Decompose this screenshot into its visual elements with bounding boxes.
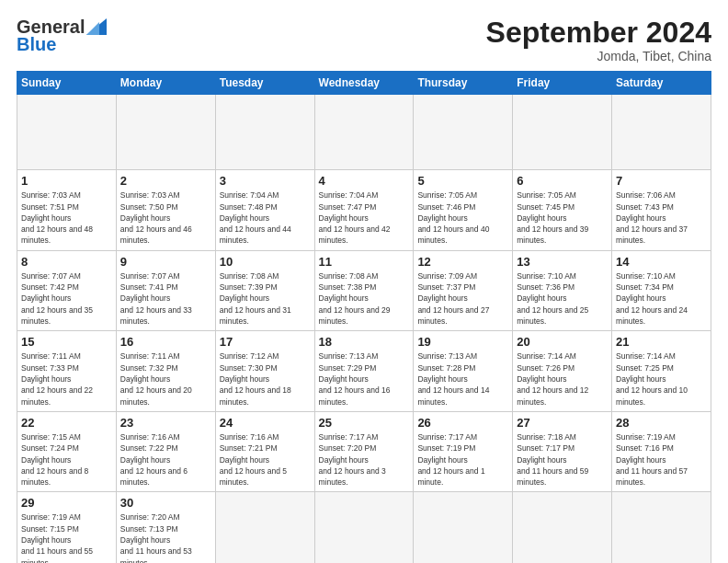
day-info: Sunrise: 7:05 AMSunset: 7:45 PMDaylight … (517, 190, 608, 247)
logo: General Blue (17, 17, 107, 55)
logo-icon (86, 18, 107, 35)
calendar-day: 21Sunrise: 7:14 AMSunset: 7:25 PMDayligh… (612, 331, 711, 412)
day-number: 10 (220, 255, 311, 269)
col-monday: Monday (116, 72, 215, 95)
day-info: Sunrise: 7:13 AMSunset: 7:28 PMDaylight … (417, 350, 508, 408)
day-number: 17 (220, 335, 311, 349)
day-number: 8 (21, 255, 112, 269)
day-number: 25 (319, 416, 410, 430)
day-number: 21 (616, 335, 707, 349)
day-info: Sunrise: 7:20 AMSunset: 7:13 PMDaylight … (120, 511, 211, 563)
day-number: 30 (120, 496, 211, 510)
day-info: Sunrise: 7:17 AMSunset: 7:20 PMDaylight … (319, 431, 410, 488)
day-number: 7 (616, 174, 707, 188)
calendar-day: 6Sunrise: 7:05 AMSunset: 7:45 PMDaylight… (513, 170, 612, 251)
calendar-day: 30Sunrise: 7:20 AMSunset: 7:13 PMDayligh… (116, 492, 215, 563)
day-number: 3 (220, 174, 311, 188)
calendar-day: 1Sunrise: 7:03 AMSunset: 7:51 PMDaylight… (17, 170, 117, 251)
calendar-day (612, 95, 711, 170)
calendar-day: 15Sunrise: 7:11 AMSunset: 7:33 PMDayligh… (17, 331, 117, 412)
day-number: 9 (120, 255, 211, 269)
calendar-day: 5Sunrise: 7:05 AMSunset: 7:46 PMDaylight… (414, 170, 513, 251)
location-subtitle: Jomda, Tibet, China (486, 49, 711, 63)
day-number: 16 (120, 335, 211, 349)
calendar-day: 17Sunrise: 7:12 AMSunset: 7:30 PMDayligh… (215, 331, 314, 412)
calendar-day: 27Sunrise: 7:18 AMSunset: 7:17 PMDayligh… (513, 411, 612, 492)
day-info: Sunrise: 7:10 AMSunset: 7:34 PMDaylight … (616, 270, 707, 327)
day-number: 19 (417, 335, 508, 349)
day-number: 5 (417, 174, 508, 188)
col-friday: Friday (513, 72, 612, 95)
day-number: 11 (319, 255, 410, 269)
month-title: September 2024 (486, 17, 711, 49)
day-info: Sunrise: 7:03 AMSunset: 7:50 PMDaylight … (120, 190, 211, 247)
calendar-day: 4Sunrise: 7:04 AMSunset: 7:47 PMDaylight… (314, 170, 414, 251)
day-number: 1 (21, 174, 112, 188)
day-info: Sunrise: 7:17 AMSunset: 7:19 PMDaylight … (417, 431, 508, 488)
calendar-week-row (17, 95, 711, 170)
day-info: Sunrise: 7:19 AMSunset: 7:16 PMDaylight … (616, 431, 707, 488)
logo-blue: Blue (17, 34, 56, 55)
calendar-day (116, 95, 215, 170)
day-number: 13 (517, 255, 608, 269)
header: General Blue September 2024 Jomda, Tibet… (17, 17, 711, 63)
day-info: Sunrise: 7:04 AMSunset: 7:48 PMDaylight … (220, 190, 311, 247)
calendar-day (215, 95, 314, 170)
day-info: Sunrise: 7:13 AMSunset: 7:29 PMDaylight … (319, 350, 410, 408)
day-number: 26 (417, 416, 508, 430)
day-info: Sunrise: 7:14 AMSunset: 7:25 PMDaylight … (616, 350, 707, 408)
calendar-day: 20Sunrise: 7:14 AMSunset: 7:26 PMDayligh… (513, 331, 612, 412)
col-sunday: Sunday (17, 72, 117, 95)
calendar-day (314, 492, 414, 563)
calendar-day (513, 95, 612, 170)
calendar-day: 22Sunrise: 7:15 AMSunset: 7:24 PMDayligh… (17, 411, 117, 492)
calendar-week-row: 15Sunrise: 7:11 AMSunset: 7:33 PMDayligh… (17, 331, 711, 412)
calendar-header-row: Sunday Monday Tuesday Wednesday Thursday… (17, 72, 711, 95)
calendar-week-row: 29Sunrise: 7:19 AMSunset: 7:15 PMDayligh… (17, 492, 711, 563)
day-number: 27 (517, 416, 608, 430)
calendar-day: 10Sunrise: 7:08 AMSunset: 7:39 PMDayligh… (215, 250, 314, 331)
calendar-day: 25Sunrise: 7:17 AMSunset: 7:20 PMDayligh… (314, 411, 414, 492)
calendar-day: 28Sunrise: 7:19 AMSunset: 7:16 PMDayligh… (612, 411, 711, 492)
day-number: 23 (120, 416, 211, 430)
day-number: 12 (417, 255, 508, 269)
day-info: Sunrise: 7:15 AMSunset: 7:24 PMDaylight … (21, 431, 112, 488)
calendar-day: 2Sunrise: 7:03 AMSunset: 7:50 PMDaylight… (116, 170, 215, 251)
calendar-day (612, 492, 711, 563)
day-info: Sunrise: 7:08 AMSunset: 7:39 PMDaylight … (220, 270, 311, 327)
calendar-week-row: 22Sunrise: 7:15 AMSunset: 7:24 PMDayligh… (17, 411, 711, 492)
day-info: Sunrise: 7:03 AMSunset: 7:51 PMDaylight … (21, 190, 112, 247)
day-info: Sunrise: 7:11 AMSunset: 7:32 PMDaylight … (120, 350, 211, 408)
day-info: Sunrise: 7:05 AMSunset: 7:46 PMDaylight … (417, 190, 508, 247)
calendar-day: 9Sunrise: 7:07 AMSunset: 7:41 PMDaylight… (116, 250, 215, 331)
day-info: Sunrise: 7:09 AMSunset: 7:37 PMDaylight … (417, 270, 508, 327)
day-info: Sunrise: 7:18 AMSunset: 7:17 PMDaylight … (517, 431, 608, 488)
day-info: Sunrise: 7:06 AMSunset: 7:43 PMDaylight … (616, 190, 707, 247)
day-number: 6 (517, 174, 608, 188)
day-info: Sunrise: 7:12 AMSunset: 7:30 PMDaylight … (220, 350, 311, 408)
col-tuesday: Tuesday (215, 72, 314, 95)
calendar-day: 13Sunrise: 7:10 AMSunset: 7:36 PMDayligh… (513, 250, 612, 331)
calendar-day: 24Sunrise: 7:16 AMSunset: 7:21 PMDayligh… (215, 411, 314, 492)
day-number: 24 (220, 416, 311, 430)
day-number: 2 (120, 174, 211, 188)
calendar-day: 19Sunrise: 7:13 AMSunset: 7:28 PMDayligh… (414, 331, 513, 412)
calendar-day (314, 95, 414, 170)
day-number: 28 (616, 416, 707, 430)
calendar-day (17, 95, 117, 170)
day-info: Sunrise: 7:07 AMSunset: 7:42 PMDaylight … (21, 270, 112, 327)
day-number: 15 (21, 335, 112, 349)
day-info: Sunrise: 7:07 AMSunset: 7:41 PMDaylight … (120, 270, 211, 327)
calendar-day: 26Sunrise: 7:17 AMSunset: 7:19 PMDayligh… (414, 411, 513, 492)
day-info: Sunrise: 7:19 AMSunset: 7:15 PMDaylight … (21, 511, 112, 563)
day-number: 22 (21, 416, 112, 430)
calendar-day: 8Sunrise: 7:07 AMSunset: 7:42 PMDaylight… (17, 250, 117, 331)
calendar-day (414, 492, 513, 563)
col-thursday: Thursday (414, 72, 513, 95)
calendar-day: 23Sunrise: 7:16 AMSunset: 7:22 PMDayligh… (116, 411, 215, 492)
calendar-day (215, 492, 314, 563)
day-number: 14 (616, 255, 707, 269)
day-number: 29 (21, 496, 112, 510)
day-info: Sunrise: 7:10 AMSunset: 7:36 PMDaylight … (517, 270, 608, 327)
calendar-day: 11Sunrise: 7:08 AMSunset: 7:38 PMDayligh… (314, 250, 414, 331)
